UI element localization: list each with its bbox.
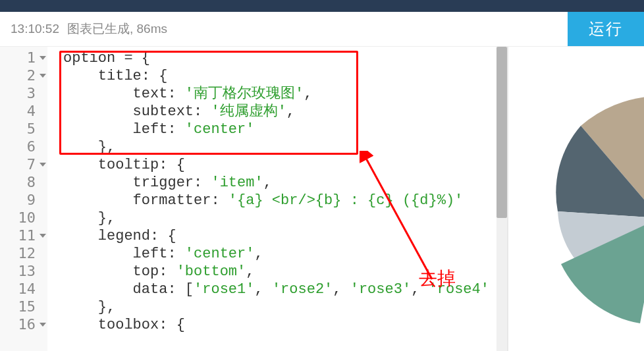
line-number: 4	[0, 103, 36, 121]
workspace: 12345678910111213141516 option = { title…	[0, 46, 644, 351]
line-number: 6	[0, 138, 36, 156]
annotation-label: 去掉	[419, 266, 456, 291]
status-bar: 13:10:52 图表已生成, 86ms 运行	[0, 12, 644, 46]
line-number: 9	[0, 192, 36, 209]
run-button[interactable]: 运行	[568, 12, 644, 46]
window-titlebar	[0, 0, 644, 12]
line-number: 16	[0, 316, 36, 334]
status-time: 13:10:52	[11, 22, 59, 36]
run-button-label: 运行	[589, 18, 623, 40]
line-number: 10	[0, 209, 36, 227]
line-number: 13	[0, 263, 36, 281]
rose-chart-icon	[508, 47, 644, 351]
line-number: 14	[0, 281, 36, 298]
line-number: 1	[0, 49, 36, 67]
line-number: 11	[0, 227, 36, 245]
line-number: 5	[0, 121, 36, 138]
line-number: 15	[0, 298, 36, 316]
editor-gutter: 12345678910111213141516	[0, 47, 47, 351]
line-number: 7	[0, 156, 36, 174]
status-message: 图表已生成, 86ms	[67, 20, 167, 38]
code-editor[interactable]: 12345678910111213141516 option = { title…	[0, 47, 507, 351]
line-number: 12	[0, 245, 36, 263]
editor-content[interactable]: option = { title: { text: '南丁格尔玫瑰图', sub…	[47, 47, 507, 351]
line-number: 8	[0, 174, 36, 192]
editor-scrollbar-track[interactable]	[496, 47, 507, 351]
editor-scrollbar-thumb[interactable]	[496, 47, 507, 218]
chart-preview	[508, 47, 644, 351]
line-number: 2	[0, 67, 36, 85]
line-number: 3	[0, 85, 36, 103]
